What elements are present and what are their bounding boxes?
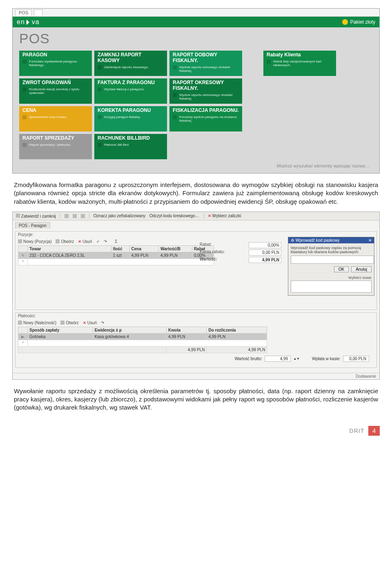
tile-raport-sprzedaży[interactable]: RAPORT SPRZEDAŻYRaport sprzedaży / płatn…: [19, 134, 92, 159]
cancel-button[interactable]: Anuluj: [351, 266, 372, 272]
brutto-label: Wartość brutto:: [235, 356, 262, 361]
tile-raport-okresowy-fiskalny[interactable]: RAPORT OKRESOWY FISKALNY.Wydruk raportu …: [169, 78, 242, 104]
col-towar[interactable]: Towar: [28, 245, 111, 252]
payments-toolbar: Nowy (Należność) Otwórz ✕Usuń ↷: [18, 321, 374, 325]
row-marker-col: [18, 245, 28, 252]
select-advances-button[interactable]: ✕ Wybierz zaliczki: [208, 214, 241, 218]
new-position-button[interactable]: Nowy (Pozycja): [18, 239, 51, 244]
wplata-value: 0,00 PLN: [343, 356, 369, 362]
col-ilosc[interactable]: Ilość: [111, 245, 129, 252]
table-row[interactable]: ▶ Gotówka Kasa gotówkowa 4 4,99 PLN 4,99…: [18, 333, 267, 340]
toolbar-icon[interactable]: [81, 214, 85, 218]
tile-faktura-z-paragonu[interactable]: FAKTURA Z PARAGONUWystaw fakturę z parag…: [94, 78, 167, 104]
tile-raport-dobowy-fiskalny[interactable]: RAPORT DOBOWY FISKALNY.Wydruk raportu do…: [169, 51, 242, 76]
barcode-dialog: ⚙ Wprowadź kod paskowy ✕ Wprowadź kod pa…: [288, 237, 374, 296]
toolbar-icon[interactable]: [73, 214, 77, 218]
package-badge: Pakiet złoty: [342, 19, 375, 25]
window-tab-pos[interactable]: POS: [15, 9, 32, 16]
brand-logo: en⏵va: [17, 18, 40, 26]
barcode-input[interactable]: [291, 256, 374, 264]
package-dot-icon: [342, 19, 348, 25]
ok-button[interactable]: OK: [334, 266, 349, 272]
col-cena[interactable]: Cena: [129, 245, 158, 252]
table-row-empty[interactable]: *: [18, 258, 214, 265]
mark-fiscalized-button[interactable]: Oznacz jako zefiskalizowany: [94, 214, 145, 218]
tile-korekta-paragonu[interactable]: KOREKTA PARAGONUKoryguj paragon fiskalny…: [94, 106, 167, 131]
payments-totals: 4,99 PLN 4,99 PLN: [18, 346, 267, 353]
payments-table: Sposób zapłaty Ewidencja ś p Kwota Do ro…: [18, 327, 267, 353]
scan-barcode-button[interactable]: Odczyt kodu kreskowego…: [149, 214, 199, 218]
select-product-box[interactable]: [291, 281, 372, 293]
paragraph-1: Zmodyfikowana formatka paragonu z uprosz…: [14, 181, 378, 206]
paragon-form-screenshot: Zatwierdź i zamknij Oznacz jako zefiskal…: [12, 212, 380, 380]
tile-fiskalizacja-paragonu[interactable]: FISKALIZACJA PARAGONU.Ponowny wydruk par…: [169, 106, 242, 131]
pos-menu-screenshot: POS en⏵va Pakiet złoty POS PARAGONFormul…: [12, 8, 380, 174]
kwota-rabatu-label: Kwota rabatu:: [200, 249, 225, 256]
col-sposob[interactable]: Sposób zapłaty: [28, 327, 93, 333]
rabat-value: 0,00%: [249, 242, 281, 248]
delete-position-button[interactable]: ✕Usuń: [78, 239, 92, 244]
window-tab-extra[interactable]: [34, 9, 42, 16]
tile-cena[interactable]: CENASprawdzenie ceny towaru.: [19, 106, 92, 131]
form-tab[interactable]: POS - Paragon: [15, 222, 50, 229]
rabat-label: Rabat:: [200, 242, 212, 248]
wartosc-value: 4,99 PLN: [249, 257, 281, 263]
paragraph-2: Wywołanie raportu sprzedaży z możliwości…: [14, 387, 378, 412]
page-footer: DRIT 4: [12, 426, 380, 436]
barcode-dialog-title: ⚙ Wprowadź kod paskowy ✕: [288, 237, 374, 243]
search-hint: Możesz wyszukać elementy wpisując nazwę…: [13, 159, 379, 170]
tiles-grid: PARAGONFormularz wystawienia paragonu fi…: [13, 51, 379, 159]
positions-table: Towar Ilość Cena Wartość/B Rabat ✎ 232 -…: [18, 245, 214, 265]
toolbar-icon[interactable]: ✓: [96, 239, 100, 244]
spinner-icon[interactable]: ▲▼: [293, 357, 300, 361]
brand-bar: en⏵va Pakiet złoty: [13, 17, 379, 27]
table-row[interactable]: ✎ 232 - COCA COLA ZERO 2,5L 1 szt 4,99 P…: [18, 252, 214, 258]
tile-paragon[interactable]: PARAGONFormularz wystawienia paragonu fi…: [19, 51, 92, 76]
select-product-label: Wybierz towar: [291, 276, 372, 280]
form-footer-values: Wartość brutto:4,99▲▼ Wpłata w kasie:0,0…: [18, 353, 374, 364]
new-payment-button[interactable]: Nowy (Należność): [18, 321, 56, 325]
payments-group: Płatności: Nowy (Należność) Otwórz ✕Usuń…: [15, 312, 377, 368]
open-payment-button[interactable]: Otwórz: [60, 321, 79, 325]
tile-rabaty-klienta[interactable]: Rabaty KlientaWidok listy zarejestrowany…: [263, 51, 336, 76]
delete-payment-button[interactable]: ✕Usuń: [83, 321, 97, 325]
toolbar-icon[interactable]: ↷: [101, 321, 104, 325]
toolbar-icon[interactable]: ↷: [104, 239, 107, 244]
toolbar-icon[interactable]: [65, 214, 69, 218]
brutto-value: 4,99: [265, 356, 291, 362]
close-icon[interactable]: ✕: [368, 238, 372, 243]
page-title: POS: [13, 27, 379, 51]
wplata-label: Wpłata w kasie:: [312, 356, 341, 361]
totals-summary: Rabat:0,00% Kwota rabatu:0,00 PLN Wartoś…: [200, 241, 281, 264]
payments-label: Płatności:: [16, 313, 376, 319]
package-label: Pakiet złoty: [350, 19, 375, 25]
col-kwota[interactable]: Kwota: [167, 327, 207, 333]
form-toolbar: Zatwierdź i zamknij Oznacz jako zefiskal…: [13, 212, 379, 220]
kwota-rabatu-value: 0,00 PLN: [249, 249, 281, 256]
footer-drit: DRIT: [350, 428, 365, 434]
tile-rachunek-billbird[interactable]: RACHUNEK BILLBIRDPłatność Bill Bird.: [94, 134, 167, 159]
open-position-button[interactable]: Otwórz: [56, 239, 74, 244]
tile-zwrot-opakowań[interactable]: ZWROT OPAKOWAŃRozliczenie kaucji zwrotne…: [19, 78, 92, 104]
row-marker-col: [18, 327, 28, 333]
wartosc-label: Wartość:: [200, 257, 217, 263]
table-row-empty[interactable]: *: [18, 340, 267, 346]
col-ewid[interactable]: Ewidencja ś p: [93, 327, 166, 333]
page-number: 4: [368, 426, 380, 436]
tile-zamknij-raport-kasowy[interactable]: ZAMKNIJ RAPORT KASOWYZamknięcie raportu …: [94, 51, 167, 76]
barcode-hint: Wprowadź kod paskowy zapisu za pomocą kl…: [291, 246, 372, 254]
col-wartosc[interactable]: Wartość/B: [158, 245, 192, 252]
col-rozl[interactable]: Do rozliczenia: [207, 327, 267, 333]
status-bar: Dodawanie: [13, 373, 379, 379]
save-and-close-button[interactable]: Zatwierdź i zamknij: [16, 214, 56, 218]
sum-icon[interactable]: Σ: [115, 239, 118, 244]
window-tabs: POS: [13, 9, 379, 17]
